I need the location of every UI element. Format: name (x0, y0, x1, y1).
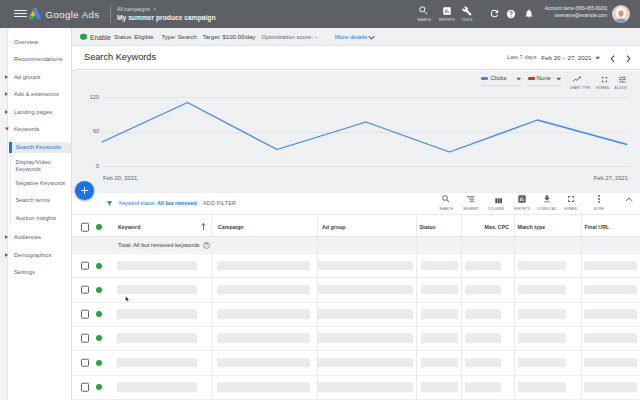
svg-text:?: ? (205, 243, 208, 248)
